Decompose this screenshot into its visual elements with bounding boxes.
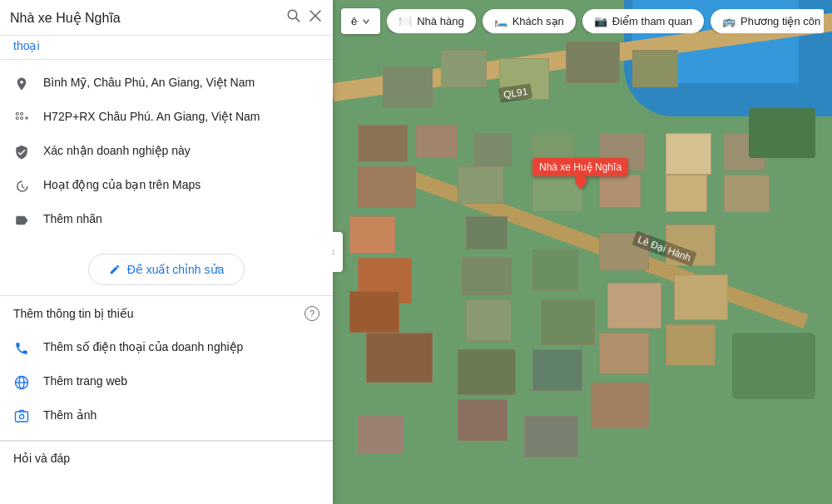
attraction-icon: 📷 bbox=[594, 15, 607, 27]
list-item[interactable]: Thêm trang web bbox=[0, 365, 333, 399]
transit-pill[interactable]: 🚌 Phương tiện côn bbox=[711, 9, 824, 33]
search-icon[interactable] bbox=[286, 8, 301, 27]
svg-line-1 bbox=[296, 18, 300, 22]
phone-icon bbox=[13, 340, 30, 357]
hotel-icon: 🛏️ bbox=[494, 15, 508, 27]
verify-icon bbox=[13, 144, 30, 161]
list-item[interactable]: Thêm số điện thoại của doanh nghiệp bbox=[0, 331, 333, 365]
info-list: Bình Mỹ, Châu Phú, An Giang, Việt Nam H7… bbox=[0, 60, 333, 244]
plus-code-icon bbox=[13, 110, 30, 126]
attraction-pill[interactable]: 📷 Điểm tham quan bbox=[582, 9, 704, 33]
category-pills: 🍽️ Nhà hàng 🛏️ Khách sạn 📷 Điểm tham qua… bbox=[387, 9, 824, 33]
restaurant-pill[interactable]: 🍽️ Nhà hàng bbox=[387, 9, 475, 33]
restaurant-icon: 🍽️ bbox=[399, 15, 412, 27]
map-controls-bar: ê 🍽️ Nhà hàng 🛏️ Khách sạn 📷 Điểm tham q… bbox=[341, 8, 824, 34]
list-item[interactable]: Thêm nhãn bbox=[0, 203, 333, 237]
map-type-button[interactable]: ê bbox=[341, 8, 380, 34]
list-item[interactable]: Hoạt động của bạn trên Maps bbox=[0, 169, 333, 203]
transit-icon: 🚌 bbox=[722, 15, 735, 27]
missing-info-list: Thêm số điện thoại của doanh nghiệp Thêm… bbox=[0, 324, 333, 440]
list-item[interactable]: Xác nhận doanh nghiệp này bbox=[0, 135, 333, 169]
list-item[interactable]: Thêm ảnh bbox=[0, 399, 333, 433]
map-satellite[interactable]: QL91 Lê Đại Hành Nhà xe Huệ Nghĩa bbox=[333, 0, 832, 504]
missing-info-title: Thêm thông tin bị thiếu ? bbox=[0, 296, 333, 324]
map-type-icon: ê bbox=[351, 15, 357, 27]
hotel-pill[interactable]: 🛏️ Khách sạn bbox=[483, 9, 576, 33]
collapse-panel-button[interactable]: ‹ bbox=[333, 232, 343, 272]
activity-text: Hoạt động của bạn trên Maps bbox=[43, 177, 201, 194]
plus-code-text: H72P+RX Châu Phú. An Giang, Việt Nam bbox=[43, 109, 260, 126]
left-panel: thoại Bình Mỹ, Châu Phú, An Giang, Việt … bbox=[0, 0, 333, 504]
list-item[interactable]: Bình Mỹ, Châu Phú, An Giang, Việt Nam bbox=[0, 67, 333, 101]
search-bar bbox=[0, 0, 333, 36]
close-icon[interactable] bbox=[308, 8, 323, 27]
label-icon bbox=[13, 212, 30, 229]
label-text: Thêm nhãn bbox=[43, 211, 102, 228]
svg-point-7 bbox=[21, 117, 23, 120]
location-icon bbox=[13, 76, 30, 92]
add-photo-text: Thêm ảnh bbox=[43, 408, 97, 424]
svg-point-5 bbox=[21, 112, 23, 115]
map-pin[interactable]: Nhà xe Huệ Nghĩa bbox=[532, 158, 628, 186]
history-icon bbox=[13, 178, 30, 195]
qa-section-title: Hỏi và đáp bbox=[0, 441, 333, 468]
svg-point-6 bbox=[16, 117, 18, 120]
add-phone-text: Thêm số điện thoại của doanh nghiệp bbox=[43, 339, 243, 356]
location-text: Bình Mỹ, Châu Phú, An Giang, Việt Nam bbox=[43, 75, 255, 91]
phone-link[interactable]: thoại bbox=[0, 36, 333, 59]
right-panel: ‹ bbox=[333, 0, 832, 504]
photo-icon bbox=[13, 408, 30, 425]
help-icon[interactable]: ? bbox=[305, 306, 319, 321]
verify-text: Xác nhận doanh nghiệp này bbox=[43, 143, 191, 160]
svg-point-4 bbox=[16, 112, 18, 115]
add-web-text: Thêm trang web bbox=[43, 373, 127, 390]
list-item[interactable]: H72P+RX Châu Phú. An Giang, Việt Nam bbox=[0, 101, 333, 135]
search-input[interactable] bbox=[10, 10, 280, 25]
suggest-edit-button[interactable]: Đề xuất chỉnh sửa bbox=[88, 254, 245, 285]
svg-rect-13 bbox=[16, 412, 28, 422]
road-ql91-label: QL91 bbox=[498, 83, 532, 102]
web-icon bbox=[13, 374, 30, 391]
svg-point-14 bbox=[19, 414, 23, 418]
